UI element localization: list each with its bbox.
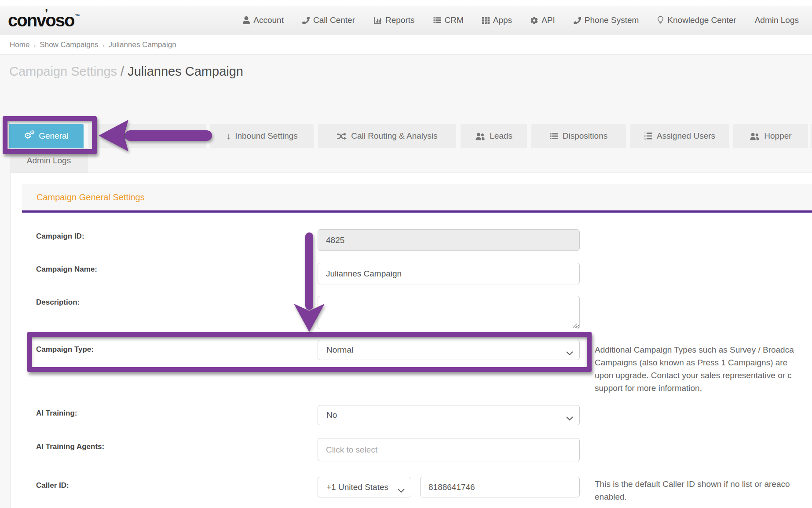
tab-label: Inbound Settings <box>235 131 298 141</box>
campaign-name-label: Campaign Name: <box>36 265 97 274</box>
cogs-icon: ⚙⚙ <box>24 131 34 141</box>
nav-item-apps[interactable]: Apps <box>482 15 512 25</box>
chevron-down-icon <box>566 348 573 358</box>
description-textarea[interactable] <box>318 296 580 329</box>
nav-item-label: Account <box>253 15 284 25</box>
nav-item-label: Admin Logs <box>755 15 799 25</box>
tab-label: General <box>39 131 69 141</box>
ai-training-label: AI Training: <box>36 409 77 418</box>
page-title: Campaign Settings / Juliannes Campaign <box>9 64 243 79</box>
page-title-campaign-name: Juliannes Campaign <box>128 64 243 78</box>
person-icon <box>243 16 250 24</box>
nav-item-label: Call Center <box>313 15 355 25</box>
logo-trademark: ™ <box>75 13 80 18</box>
list-icon <box>550 133 558 140</box>
logo-text: convoso <box>8 11 74 30</box>
campaign-type-help-text: Additional Campaign Types such as Survey… <box>595 343 812 394</box>
bar-chart-icon <box>373 16 382 24</box>
tab-general[interactable]: ⚙⚙ General <box>9 124 84 148</box>
logo-accent-mark: ’ <box>45 7 48 19</box>
nav-item-call-center[interactable]: Call Center <box>302 15 355 25</box>
users-icon <box>475 132 485 140</box>
nav-item-label: Phone System <box>585 15 639 25</box>
caller-id-number-input[interactable] <box>420 477 580 497</box>
breadcrumb-home[interactable]: Home <box>10 40 29 49</box>
tab-leads[interactable]: Leads <box>461 124 527 148</box>
caller-id-country-value: +1 United States <box>326 482 388 492</box>
ai-training-agents-label: AI Training Agents: <box>36 442 104 451</box>
campaign-id-label: Campaign ID: <box>36 232 84 241</box>
page-title-prefix: Campaign Settings <box>9 64 117 78</box>
nav-item-crm[interactable]: CRM <box>433 15 464 25</box>
chevron-down-icon <box>396 486 405 495</box>
tab-label: Admin Logs <box>27 156 71 166</box>
ai-training-value: No <box>326 410 337 420</box>
list-ol-icon: 123 <box>644 132 652 140</box>
nav-item-account[interactable]: Account <box>243 15 284 25</box>
tab-inbound-settings[interactable]: ↓ Inbound Settings <box>210 124 314 148</box>
nav-item-knowledge-center[interactable]: Knowledge Center <box>657 15 736 25</box>
caller-id-country-select[interactable]: +1 United States <box>318 477 411 497</box>
tab-label: Dispositions <box>563 131 607 141</box>
breadcrumb-separator: › <box>102 41 105 49</box>
nav-item-api[interactable]: API <box>530 15 555 25</box>
panel-heading: Campaign General Settings <box>22 184 812 210</box>
page-title-separator: / <box>117 64 128 78</box>
phone-icon <box>574 17 581 24</box>
nav-item-label: API <box>541 15 555 25</box>
caller-id-help-text: This is the default Caller ID shown if n… <box>595 478 812 503</box>
nav-item-phone-system[interactable]: Phone System <box>574 15 639 25</box>
phone-icon <box>302 17 310 24</box>
campaign-id-input <box>318 229 580 251</box>
grid-icon <box>482 17 490 24</box>
lightbulb-icon <box>657 16 664 25</box>
breadcrumb-show-campaigns[interactable]: Show Campaigns <box>40 40 98 49</box>
breadcrumb-current: Juliannes Campaign <box>109 40 176 49</box>
breadcrumb-separator: › <box>33 41 36 49</box>
tab-assigned-users[interactable]: 123 Assigned Users <box>630 124 729 148</box>
campaign-type-label: Campaign Type: <box>36 345 94 354</box>
gear-icon <box>530 17 538 24</box>
nav-item-label: Apps <box>493 15 512 25</box>
top-navbar: convoso’™ Account Call Center Reports CR… <box>0 6 812 35</box>
users-icon <box>750 132 760 140</box>
nav-item-label: Knowledge Center <box>667 15 736 25</box>
ai-training-select[interactable]: No <box>318 405 580 425</box>
campaign-name-input[interactable] <box>318 263 580 284</box>
nav-menu: Account Call Center Reports CRM Apps API <box>243 15 799 25</box>
tab-call-routing-analysis[interactable]: Call Routing & Analysis <box>318 124 456 148</box>
tab-dispositions[interactable]: Dispositions <box>531 124 626 148</box>
list-icon <box>433 17 441 24</box>
arrow-down-icon: ↓ <box>226 132 230 140</box>
tab-hopper[interactable]: Hopper <box>733 124 808 148</box>
campaign-type-value: Normal <box>326 345 353 355</box>
svg-text:3: 3 <box>644 138 646 140</box>
convoso-campaign-settings-page: convoso’™ Account Call Center Reports CR… <box>0 0 812 508</box>
tab-label: Leads <box>490 131 512 141</box>
svg-text:1: 1 <box>644 132 646 135</box>
breadcrumb: Home › Show Campaigns › Juliannes Campai… <box>0 36 812 55</box>
convoso-logo[interactable]: convoso’™ <box>8 11 80 29</box>
tab-label: Call Routing & Analysis <box>351 131 437 141</box>
panel-heading-underline <box>22 210 812 213</box>
nav-item-reports[interactable]: Reports <box>373 15 415 25</box>
nav-item-label: Reports <box>385 15 415 25</box>
chevron-down-icon <box>566 413 573 423</box>
nav-item-admin-logs[interactable]: Admin Logs <box>755 15 799 25</box>
nav-item-label: CRM <box>445 15 464 25</box>
caller-id-label: Caller ID: <box>36 481 69 490</box>
svg-text:2: 2 <box>644 135 646 137</box>
tab-label: Hopper <box>764 131 791 141</box>
description-label: Description: <box>36 298 80 307</box>
tab-label: Outbound Settings <box>112 131 181 141</box>
shuffle-icon <box>337 132 347 141</box>
tab-admin-logs[interactable]: Admin Logs <box>10 148 88 173</box>
tab-label: Assigned Users <box>657 131 715 141</box>
ai-training-agents-input[interactable] <box>318 438 580 461</box>
tab-outbound-settings[interactable]: Outbound Settings <box>88 124 206 148</box>
campaign-type-select[interactable]: Normal <box>318 340 580 360</box>
